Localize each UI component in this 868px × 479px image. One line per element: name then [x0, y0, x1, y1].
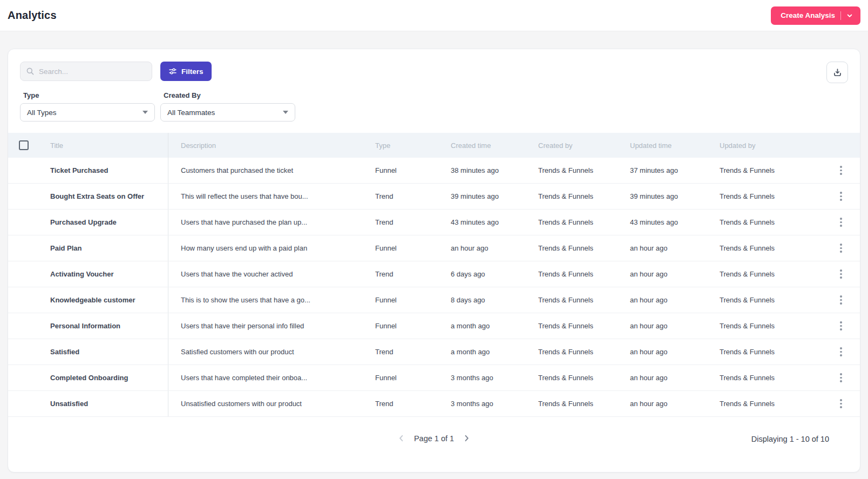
- analysis-description: Unsatisfied customers with our product: [168, 391, 368, 416]
- row-actions-kebab-icon[interactable]: [838, 267, 844, 281]
- type-filter-value: All Types: [27, 109, 57, 117]
- column-header-created-time[interactable]: Created time: [443, 141, 531, 150]
- column-header-description[interactable]: Description: [168, 133, 368, 158]
- analysis-title[interactable]: Personal Information: [43, 322, 168, 330]
- created-by: Trends & Funnels: [531, 374, 622, 382]
- created-by: Trends & Funnels: [531, 244, 622, 252]
- top-bar: Analytics Create Analysis: [0, 0, 868, 31]
- row-actions-kebab-icon[interactable]: [838, 215, 844, 229]
- analysis-title[interactable]: Activating Voucher: [43, 270, 168, 278]
- updated-by: Trends & Funnels: [712, 166, 807, 174]
- page-title: Analytics: [8, 9, 57, 22]
- created-time: 6 days ago: [443, 270, 531, 278]
- card-toolbar: Filters: [8, 49, 860, 83]
- row-actions-kebab-icon[interactable]: [838, 190, 844, 203]
- updated-time: an hour ago: [622, 400, 712, 408]
- search-box[interactable]: [20, 62, 152, 81]
- filters-label: Filters: [181, 68, 204, 76]
- created-time: 3 months ago: [443, 374, 531, 382]
- updated-by: Trends & Funnels: [712, 374, 807, 382]
- sliders-icon: [168, 67, 177, 76]
- table-row[interactable]: Purchased Upgrade Users that have purcha…: [8, 210, 860, 235]
- column-header-updated-by[interactable]: Updated by: [712, 141, 807, 150]
- analysis-type: Trend: [368, 218, 443, 226]
- updated-by: Trends & Funnels: [712, 296, 807, 304]
- created-by: Trends & Funnels: [531, 192, 622, 200]
- table-row[interactable]: Satisfied Satisfied customers with our p…: [8, 339, 860, 365]
- row-actions-kebab-icon[interactable]: [838, 371, 844, 384]
- updated-time: an hour ago: [622, 244, 712, 252]
- analysis-type: Funnel: [368, 322, 443, 330]
- analysis-type: Trend: [368, 400, 443, 408]
- table-row[interactable]: Ticket Purchased Customers that purchase…: [8, 158, 860, 184]
- created-time: 39 minutes ago: [443, 192, 531, 200]
- table-row[interactable]: Activating Voucher Users that have the v…: [8, 261, 860, 287]
- row-actions-kebab-icon[interactable]: [838, 293, 844, 307]
- created-by-filter-select[interactable]: All Teammates: [160, 103, 295, 122]
- row-actions-kebab-icon[interactable]: [838, 241, 844, 255]
- created-time: 3 months ago: [443, 400, 531, 408]
- create-analysis-label: Create Analysis: [781, 11, 835, 19]
- next-page-button[interactable]: [462, 433, 472, 443]
- table-row[interactable]: Bought Extra Seats on Offer This will re…: [8, 184, 860, 210]
- analysis-type: Funnel: [368, 296, 443, 304]
- select-all-checkbox[interactable]: [19, 140, 29, 150]
- analysis-type: Trend: [368, 348, 443, 356]
- updated-by: Trends & Funnels: [712, 270, 807, 278]
- updated-time: an hour ago: [622, 296, 712, 304]
- chevron-down-icon[interactable]: [846, 12, 853, 19]
- analysis-type: Trend: [368, 270, 443, 278]
- analysis-description: This is to show the users that have a go…: [168, 287, 368, 313]
- download-button[interactable]: [826, 62, 848, 83]
- card-footer: Page 1 of 1 Displaying 1 - 10 of 10: [8, 417, 860, 472]
- analysis-title[interactable]: Unsatisfied: [43, 400, 168, 408]
- updated-by: Trends & Funnels: [712, 192, 807, 200]
- row-actions-kebab-icon[interactable]: [838, 319, 844, 333]
- table-row[interactable]: Knowledgeable customer This is to show t…: [8, 287, 860, 313]
- analysis-title[interactable]: Ticket Purchased: [43, 166, 168, 174]
- pagination: Page 1 of 1: [396, 433, 472, 443]
- table-row[interactable]: Personal Information Users that have the…: [8, 313, 860, 339]
- analysis-title[interactable]: Bought Extra Seats on Offer: [43, 192, 168, 200]
- created-by: Trends & Funnels: [531, 348, 622, 356]
- row-actions-kebab-icon[interactable]: [838, 345, 844, 359]
- search-input[interactable]: [39, 68, 146, 76]
- caret-down-icon: [283, 111, 288, 114]
- updated-time: an hour ago: [622, 348, 712, 356]
- analysis-description: Users that have purchased the plan up...: [168, 210, 368, 235]
- filters-button[interactable]: Filters: [160, 62, 212, 81]
- updated-time: an hour ago: [622, 270, 712, 278]
- updated-by: Trends & Funnels: [712, 400, 807, 408]
- analysis-description: Users that have their personal info fill…: [168, 313, 368, 339]
- column-header-title[interactable]: Title: [43, 141, 168, 150]
- updated-by: Trends & Funnels: [712, 218, 807, 226]
- column-header-created-by[interactable]: Created by: [531, 141, 622, 150]
- analysis-title[interactable]: Paid Plan: [43, 244, 168, 252]
- updated-time: 39 minutes ago: [622, 192, 712, 200]
- analytics-card: Filters Type All Types: [8, 49, 860, 473]
- analysis-type: Funnel: [368, 244, 443, 252]
- table-header-row: Title Description Type Created time Crea…: [8, 133, 860, 158]
- updated-by: Trends & Funnels: [712, 244, 807, 252]
- table-row[interactable]: Paid Plan How many users end up with a p…: [8, 235, 860, 261]
- created-by: Trends & Funnels: [531, 270, 622, 278]
- previous-page-button[interactable]: [396, 433, 406, 443]
- create-analysis-button[interactable]: Create Analysis: [771, 6, 860, 25]
- created-by-filter-label: Created By: [164, 91, 295, 99]
- created-by: Trends & Funnels: [531, 218, 622, 226]
- created-by: Trends & Funnels: [531, 400, 622, 408]
- table-row[interactable]: Unsatisfied Unsatisfied customers with o…: [8, 391, 860, 417]
- row-actions-kebab-icon[interactable]: [838, 164, 844, 177]
- column-header-updated-time[interactable]: Updated time: [622, 141, 712, 150]
- analysis-title[interactable]: Satisfied: [43, 348, 168, 356]
- analysis-title[interactable]: Purchased Upgrade: [43, 218, 168, 226]
- row-actions-kebab-icon[interactable]: [838, 397, 844, 410]
- created-time: 8 days ago: [443, 296, 531, 304]
- analysis-description: How many users end up with a paid plan: [168, 235, 368, 261]
- table-row[interactable]: Completed Onboarding Users that have com…: [8, 365, 860, 391]
- analysis-title[interactable]: Knowledgeable customer: [43, 296, 168, 304]
- analysis-title[interactable]: Completed Onboarding: [43, 374, 168, 382]
- analyses-table: Title Description Type Created time Crea…: [8, 133, 860, 417]
- type-filter-select[interactable]: All Types: [20, 103, 155, 122]
- column-header-type[interactable]: Type: [368, 141, 443, 150]
